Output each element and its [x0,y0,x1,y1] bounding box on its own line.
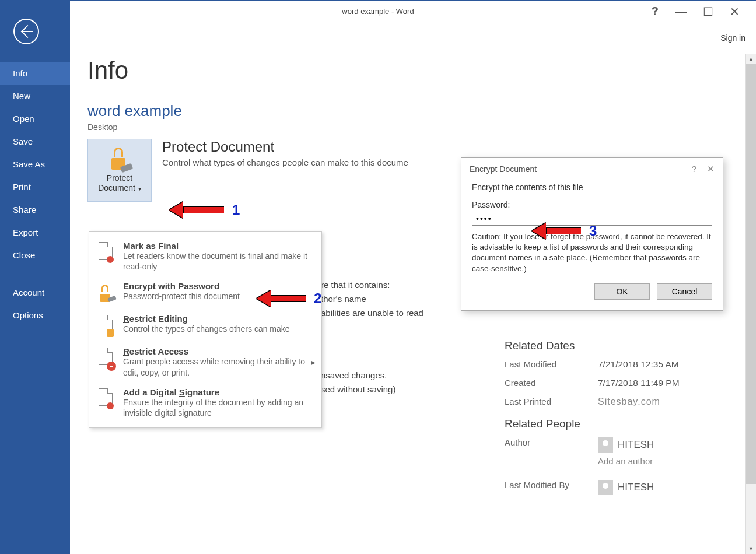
menu-desc: Let readers know the document is final a… [123,251,313,272]
scroll-down-icon[interactable]: ▼ [746,544,756,554]
menu-title: Mark as Final [123,241,313,251]
manage-partial-text: nsaved changes. sed without saving) [321,369,396,397]
created-label: Created [505,378,598,388]
dialog-close-icon[interactable]: ✕ [707,164,715,174]
chevron-right-icon: ▶ [311,359,316,366]
ok-button[interactable]: OK [594,283,650,300]
last-printed-value: Sitesbay.com [598,397,660,407]
menu-title: Add a Digital Signature [123,387,313,397]
sidebar-item-options[interactable]: Options [0,304,70,327]
menu-restrict-access[interactable]: – Restrict Access Grant people access wh… [89,342,321,382]
page-title: Info [88,57,738,85]
sidebar-item-save[interactable]: Save [0,130,70,153]
document-name: word example [88,102,738,120]
backstage-sidebar: Info New Open Save Save As Print Share E… [0,1,70,554]
menu-restrict-editing[interactable]: Restrict Editing Control the types of ch… [89,309,321,342]
document-stop-icon: – [97,346,116,370]
sidebar-item-new[interactable]: New [0,85,70,107]
protect-section-text: Protect Document Control what types of c… [162,139,408,202]
protect-description: Control what types of changes people can… [162,157,408,167]
document-location: Desktop [88,122,738,132]
menu-desc: Grant people access while removing their… [123,356,313,377]
last-modified-by-name: HITESH [618,482,654,493]
sidebar-item-info[interactable]: Info [0,62,70,85]
document-signature-icon [97,387,116,411]
avatar-icon [598,437,613,453]
password-input[interactable] [472,212,712,226]
back-button[interactable] [13,19,39,44]
last-modified-label: Last Modified [505,359,598,370]
author-name: HITESH [618,439,654,451]
author-label: Author [505,437,598,474]
sidebar-item-export[interactable]: Export [0,221,70,244]
sidebar-item-print[interactable]: Print [0,176,70,198]
menu-title: Restrict Editing [123,314,313,324]
sidebar-item-close[interactable]: Close [0,244,70,267]
sidebar-item-save-as[interactable]: Save As [0,153,70,176]
add-author-link[interactable]: Add an author [598,456,654,466]
related-dates-heading: Related Dates [505,339,680,352]
lock-key-icon [108,148,131,170]
document-lock-icon [97,314,116,337]
cancel-button[interactable]: Cancel [657,283,712,300]
menu-title: Encrypt with Password [123,281,313,291]
encrypt-document-dialog: Encrypt Document ? ✕ Encrypt the content… [461,157,723,311]
last-modified-by-label: Last Modified By [505,480,598,495]
menu-add-digital-signature[interactable]: Add a Digital Signature Ensure the integ… [89,383,321,423]
created-value: 7/17/2018 11:49 PM [598,378,680,388]
last-modified-value: 7/21/2018 12:35 AM [598,359,679,370]
password-caution: Caution: If you lose or forget the passw… [472,232,712,274]
menu-desc: Password-protect this document [123,291,313,301]
menu-encrypt-with-password[interactable]: Encrypt with Password Password-protect t… [89,276,321,309]
menu-title: Restrict Access [123,346,313,356]
document-properties: Related Dates Last Modified 7/21/2018 12… [505,339,680,501]
dialog-help-icon[interactable]: ? [692,164,696,174]
dialog-instruction: Encrypt the contents of this file [472,183,712,192]
password-label: Password: [472,200,712,209]
protect-document-menu: Mark as Final Let readers know the docum… [89,231,322,428]
related-people-heading: Related People [505,418,680,430]
document-ribbon-icon [97,241,116,264]
sidebar-item-open[interactable]: Open [0,107,70,130]
menu-desc: Control the types of changes others can … [123,324,313,334]
dialog-titlebar: Encrypt Document ? ✕ [461,158,723,180]
chevron-down-icon: ▾ [136,185,141,192]
dialog-title: Encrypt Document [470,164,537,174]
menu-desc: Ensure the integrity of the document by … [123,397,313,418]
inspect-partial-text: re that it contains: thor's name abiliti… [321,278,424,320]
sidebar-divider [10,274,60,274]
menu-mark-as-final[interactable]: Mark as Final Let readers know the docum… [89,236,321,276]
scroll-thumb[interactable] [746,64,756,484]
protect-heading: Protect Document [162,139,408,155]
last-printed-label: Last Printed [505,397,598,407]
scroll-up-icon[interactable]: ▲ [746,54,756,64]
protect-document-button[interactable]: Protect Document ▾ [88,139,152,202]
avatar-icon [598,480,613,495]
scrollbar[interactable]: ▲ ▼ [746,54,756,554]
protect-document-label: Protect Document ▾ [98,173,141,193]
sidebar-item-share[interactable]: Share [0,198,70,221]
lock-key-icon [97,281,116,304]
sidebar-item-account[interactable]: Account [0,281,70,304]
